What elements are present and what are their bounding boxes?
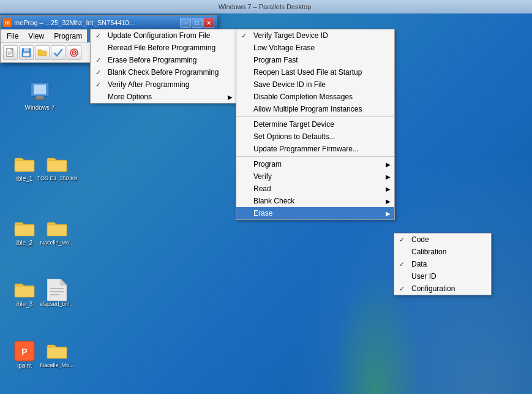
save-icon xyxy=(21,48,31,58)
svg-rect-23 xyxy=(24,48,29,51)
folder-icon xyxy=(46,153,68,175)
app-title-text: meProg – ...25_32Mhz_Int_SN754410... xyxy=(14,19,180,26)
paint-icon: P xyxy=(13,340,36,362)
reopen-last-label: Reopen Last Used File at Startup xyxy=(253,68,362,77)
app-title-bar[interactable]: m meProg – ...25_32Mhz_Int_SN754410... ─… xyxy=(1,16,217,29)
verify-after-checkmark: ✓ xyxy=(96,81,101,89)
desktop-icon-nacelle1[interactable]: Nacelle_Mo... xyxy=(36,218,78,246)
computer-icon xyxy=(28,80,52,104)
option-low-voltage[interactable]: Low Voltage Erase xyxy=(236,42,394,54)
folder-icon xyxy=(13,153,36,175)
option-verify-after[interactable]: ✓ Verify After Programming xyxy=(91,78,236,91)
window-controls: ─ □ ✕ xyxy=(180,18,214,28)
option-erase-before[interactable]: ✓ Erase Before Programming xyxy=(91,54,236,66)
option-verify-sub[interactable]: Verify ▶ xyxy=(236,170,394,183)
erase-calibration-label: Calibration xyxy=(411,248,446,256)
blank-check-checkmark: ✓ xyxy=(96,69,101,77)
svg-text:P: P xyxy=(21,347,27,357)
erase-before-label: Erase Before Programming xyxy=(108,56,197,64)
desktop: Windows 7 – Parallels Desktop Windows 7 … xyxy=(0,0,532,394)
option-program-fast[interactable]: Program Fast xyxy=(236,54,394,66)
option-more-options[interactable]: More Options ▶ xyxy=(91,91,236,103)
target-icon xyxy=(69,48,79,58)
svg-rect-1 xyxy=(34,85,46,94)
svg-rect-24 xyxy=(23,53,29,56)
option-program-sub[interactable]: Program ▶ xyxy=(236,158,394,170)
read-sub-arrow: ▶ xyxy=(386,186,391,192)
options-dropdown-menu: ✓ Update Configuration From File Reread … xyxy=(90,29,237,104)
blank-check-sub-arrow: ▶ xyxy=(386,198,391,205)
svg-rect-2 xyxy=(36,96,43,99)
erase-code-checkmark: ✓ xyxy=(399,236,405,244)
option-set-options[interactable]: Set Options to Defaults... xyxy=(236,131,394,143)
close-button[interactable]: ✕ xyxy=(203,18,214,28)
option-disable-completion[interactable]: Disable Completion Messages xyxy=(236,91,394,103)
option-read-sub[interactable]: Read ▶ xyxy=(236,183,394,195)
toolbar-open-button[interactable] xyxy=(35,45,50,60)
svg-point-27 xyxy=(73,52,75,53)
folder-icon xyxy=(13,218,36,240)
erase-before-checkmark: ✓ xyxy=(96,56,101,64)
svg-rect-8 xyxy=(15,286,34,297)
option-allow-multiple[interactable]: Allow Multiple Program Instances xyxy=(236,103,394,115)
reread-file-label: Reread File Before Programming xyxy=(108,44,215,52)
maximize-button[interactable]: □ xyxy=(192,18,203,28)
app-icon: m xyxy=(3,18,12,27)
desktop-icon-windows7[interactable]: Windows 7 xyxy=(18,80,61,111)
erase-user-id[interactable]: User ID xyxy=(394,270,491,282)
erase-code[interactable]: ✓ Code xyxy=(394,233,491,246)
verify-target-label: Verify Target Device ID xyxy=(253,31,328,40)
option-reopen-last[interactable]: Reopen Last Used File at Startup xyxy=(236,66,394,78)
toolbar-verify-button[interactable] xyxy=(51,45,66,60)
separator-1 xyxy=(236,116,394,117)
svg-marker-10 xyxy=(61,279,67,285)
desktop-icon-nacelle2[interactable]: Nacelle_Mo... xyxy=(36,340,78,368)
update-firmware-label: Update Programmer Firmware... xyxy=(253,145,359,153)
option-determine-target[interactable]: Determine Target Device xyxy=(236,118,394,131)
svg-rect-5 xyxy=(47,161,67,172)
new-file-icon xyxy=(6,48,15,58)
desktop-icon-nacelle2-label: Nacelle_Mo... xyxy=(40,362,73,368)
option-update-config[interactable]: ✓ Update Configuration From File xyxy=(91,29,236,42)
toolbar-target-button[interactable] xyxy=(67,45,81,60)
erase-data-checkmark: ✓ xyxy=(399,260,405,268)
svg-rect-3 xyxy=(34,99,46,100)
menu-program[interactable]: Program xyxy=(49,29,87,42)
erase-configuration[interactable]: ✓ Configuration xyxy=(394,282,491,295)
update-config-checkmark: ✓ xyxy=(96,32,101,40)
desktop-icon-elapsed[interactable]: elapsed_tim... xyxy=(36,279,78,307)
desktop-icon-tos[interactable]: TOS E1_350 Kit xyxy=(36,153,78,181)
option-save-device-id[interactable]: Save Device ID in File xyxy=(236,78,394,91)
folder-icon xyxy=(46,218,68,240)
erase-code-label: Code xyxy=(411,235,429,244)
save-device-id-label: Save Device ID in File xyxy=(253,80,326,89)
option-verify-target[interactable]: ✓ Verify Target Device ID xyxy=(236,29,394,42)
blank-check-label: Blank Check Before Programming xyxy=(108,68,219,77)
option-reread-file[interactable]: Reread File Before Programming xyxy=(91,42,236,54)
desktop-icon-windows7-label: Windows 7 xyxy=(25,104,55,111)
option-blank-check[interactable]: ✓ Blank Check Before Programming xyxy=(91,66,236,78)
more-options-arrow: ▶ xyxy=(228,94,233,100)
desktop-icon-tos-label: TOS E1_350 Kit xyxy=(37,175,77,181)
erase-calibration[interactable]: Calibration xyxy=(394,246,491,258)
more-options-label: More Options xyxy=(108,93,152,101)
option-blank-check-sub[interactable]: Blank Check ▶ xyxy=(236,195,394,207)
menu-view[interactable]: View xyxy=(23,29,49,42)
minimize-button[interactable]: ─ xyxy=(180,18,191,28)
toolbar-save-button[interactable] xyxy=(19,45,34,60)
erase-data[interactable]: ✓ Data xyxy=(394,258,491,270)
erase-submenu: ✓ Code Calibration ✓ Data User ID ✓ Conf… xyxy=(394,233,492,295)
folder-icon xyxy=(46,340,68,362)
parallels-title-bar: Windows 7 – Parallels Desktop xyxy=(0,0,532,13)
toolbar-new-button[interactable] xyxy=(3,45,18,60)
file-icon xyxy=(47,279,67,301)
verify-sub-arrow: ▶ xyxy=(386,173,391,180)
menu-file[interactable]: File xyxy=(2,29,23,42)
option-update-firmware[interactable]: Update Programmer Firmware... xyxy=(236,143,394,155)
desktop-icon-mobile2-label: ible_2 xyxy=(17,240,33,246)
verify-icon xyxy=(53,48,63,58)
desktop-icon-paint-label: ipaint xyxy=(17,362,32,369)
determine-target-label: Determine Target Device xyxy=(253,120,334,129)
option-erase-sub[interactable]: Erase ▶ xyxy=(236,207,394,219)
program-fast-label: Program Fast xyxy=(253,56,298,64)
